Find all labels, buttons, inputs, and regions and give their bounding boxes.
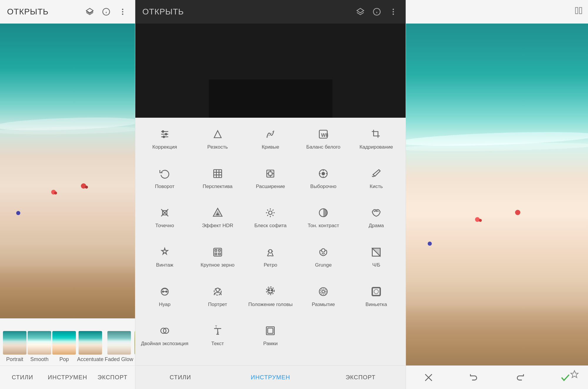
head-pose-icon [265, 286, 276, 298]
style-pop[interactable]: Pop [52, 331, 76, 363]
expand-icon [265, 168, 276, 180]
tool-noir-label: Нуар [159, 301, 171, 308]
center-bottom-nav: СТИЛИ ИНСТРУМЕН ЭКСПОРТ [135, 365, 406, 389]
tool-expand[interactable]: Расширение [244, 163, 297, 202]
tool-tone-contrast-label: Тон. контраст [308, 222, 339, 229]
svg-text:T: T [215, 325, 217, 329]
style-portrait[interactable]: Portrait [3, 331, 26, 363]
tool-grunge[interactable]: Grunge [297, 242, 350, 281]
left-nav-tools[interactable]: ИНСТРУМЕН [45, 366, 90, 389]
style-accentuate-label: Accentuate [77, 356, 104, 363]
left-nav-styles[interactable]: СТИЛИ [0, 366, 45, 389]
svg-rect-81 [372, 287, 380, 295]
center-topbar-icons [355, 6, 399, 17]
vintage-icon [159, 247, 170, 259]
correction-icon [159, 129, 170, 141]
center-nav-tools[interactable]: ИНСТРУМЕН [225, 366, 315, 389]
svg-point-17 [162, 131, 164, 132]
center-info-icon[interactable] [372, 6, 382, 17]
tool-perspective[interactable]: Перспектива [191, 163, 244, 202]
tool-sharpness[interactable]: Резкость [191, 124, 244, 163]
tool-white-balance[interactable]: W8 Баланс белого [297, 124, 350, 163]
tool-head-pose[interactable]: Положение головы [244, 281, 297, 320]
tool-bw[interactable]: Ч/Б [350, 242, 403, 281]
tool-drama[interactable]: Драма [350, 202, 403, 242]
tool-rotate[interactable]: Поворот [138, 163, 191, 202]
info-icon[interactable] [101, 6, 111, 17]
center-panel: ОТКРЫТЬ [135, 0, 406, 389]
tool-vintage[interactable]: Винтаж [138, 242, 191, 281]
tool-grain[interactable]: Крупное зерно [191, 242, 244, 281]
tool-vignette[interactable]: Виньетка [350, 281, 403, 320]
layers-icon[interactable] [84, 6, 95, 17]
styles-strip: Portrait Smooth Pop Accentuate Faded Glo… [0, 318, 135, 365]
tool-crop-label: Кадрирование [359, 144, 393, 150]
undo-button[interactable] [465, 369, 483, 386]
tool-frames[interactable]: Рамки [244, 320, 297, 360]
left-image-area [0, 24, 135, 318]
tool-expand-label: Расширение [256, 183, 285, 190]
left-nav-export[interactable]: ЭКСПОРТ [90, 366, 135, 389]
style-more[interactable]: Mo... [134, 331, 135, 363]
tool-hdr[interactable]: Эффект HDR [191, 202, 244, 242]
svg-point-36 [322, 172, 325, 175]
center-more-icon[interactable] [388, 6, 399, 17]
center-layers-icon[interactable] [355, 6, 366, 17]
tool-blur[interactable]: Размытие [297, 281, 350, 320]
tool-double-exposure[interactable]: Двойная экспозиция [138, 320, 191, 360]
left-title: ОТКРЫТЬ [7, 7, 84, 16]
white-balance-icon: W8 [318, 129, 329, 141]
svg-point-18 [165, 133, 167, 135]
portrait-icon [212, 286, 223, 298]
more-icon[interactable] [117, 6, 128, 17]
svg-text:T: T [217, 331, 219, 335]
retro-icon [265, 247, 276, 259]
tool-tone-contrast[interactable]: Тон. контраст [297, 202, 350, 242]
svg-point-82 [374, 289, 379, 294]
tool-glamour[interactable]: Блеск софита [244, 202, 297, 242]
svg-point-79 [321, 289, 326, 294]
tool-selective[interactable]: Выборочно [297, 163, 350, 202]
style-faded-glow[interactable]: Faded Glow [105, 331, 133, 363]
tone-contrast-icon [318, 207, 329, 220]
center-topbar: ОТКРЫТЬ [135, 0, 406, 24]
tool-brush[interactable]: Кисть [350, 163, 403, 202]
tool-frames-label: Рамки [263, 340, 278, 347]
style-accentuate[interactable]: Accentuate [77, 331, 104, 363]
tool-bw-label: Ч/Б [372, 262, 380, 268]
tool-text[interactable]: T T Текст [191, 320, 244, 360]
resize-handle-icon[interactable] [574, 6, 583, 17]
svg-rect-30 [269, 172, 272, 175]
tool-spot[interactable]: Точечно [138, 202, 191, 242]
center-black-block [209, 79, 332, 118]
tool-portrait[interactable]: Портрет [191, 281, 244, 320]
tool-retro[interactable]: Ретро [244, 242, 297, 281]
favorite-button[interactable] [566, 365, 583, 383]
tool-vintage-label: Винтаж [156, 262, 174, 268]
style-smooth[interactable]: Smooth [28, 331, 51, 363]
center-nav-styles[interactable]: СТИЛИ [135, 366, 225, 389]
tool-sharpness-label: Резкость [207, 144, 228, 150]
noir-icon [159, 286, 170, 298]
tool-rotate-label: Поворот [155, 183, 174, 190]
style-pop-label: Pop [59, 356, 69, 363]
tool-brush-label: Кисть [370, 183, 383, 190]
svg-rect-61 [215, 253, 217, 255]
tool-curves[interactable]: Кривые [244, 124, 297, 163]
redo-button[interactable] [511, 369, 529, 386]
tool-correction[interactable]: Коррекция [138, 124, 191, 163]
tool-grain-label: Крупное зерно [201, 262, 234, 268]
svg-line-54 [267, 215, 268, 216]
left-topbar: ОТКРЫТЬ [0, 0, 135, 24]
center-nav-export[interactable]: ЭКСПОРТ [316, 366, 406, 389]
close-button[interactable] [420, 369, 437, 386]
tool-noir[interactable]: Нуар [138, 281, 191, 320]
svg-point-70 [162, 291, 164, 292]
crop-icon [371, 129, 382, 141]
glamour-icon [265, 207, 276, 220]
left-panel: ОТКРЫТЬ [0, 0, 135, 389]
tool-double-exposure-label: Двойная экспозиция [141, 340, 188, 347]
tool-white-balance-label: Баланс белого [306, 144, 340, 150]
svg-point-66 [322, 249, 325, 252]
tool-crop[interactable]: Кадрирование [350, 124, 403, 163]
